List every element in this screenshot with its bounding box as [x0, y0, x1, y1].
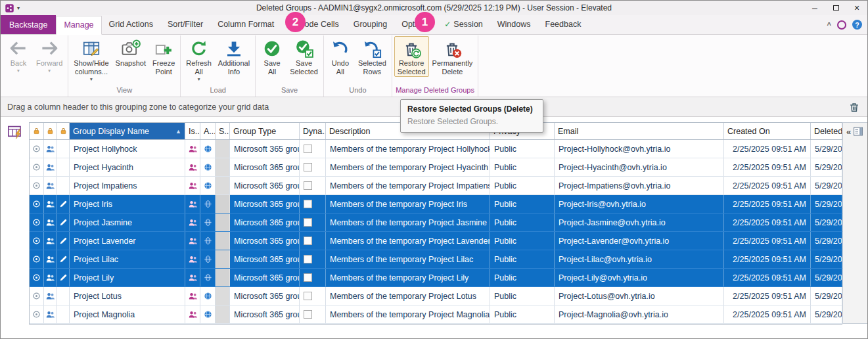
cell-deleted-on[interactable]: 5/29/2025 [811, 305, 842, 323]
column-header-a[interactable]: A... [200, 123, 216, 139]
dynamic-membership-checkbox[interactable] [304, 255, 312, 263]
cell-s[interactable] [216, 158, 230, 176]
panel-collapse-icon[interactable]: « [846, 127, 851, 137]
cell-group-kind-icon[interactable] [185, 232, 200, 250]
cell-deleted-on[interactable]: 5/29/2025 [811, 214, 842, 231]
cell-deleted-on[interactable]: 5/29/2025 [811, 177, 842, 194]
tab-sort-filter[interactable]: Sort/Filter [160, 15, 210, 34]
cell-group-type[interactable]: Microsoft 365 group [230, 195, 300, 213]
cell-deleted-on[interactable]: 5/29/2025 [811, 287, 842, 305]
cell-privacy[interactable]: Public [490, 195, 555, 213]
cell-group-type[interactable]: Microsoft 365 group [230, 158, 300, 176]
cell-privacy[interactable]: Public [490, 269, 555, 286]
cell-group-display-name[interactable]: Project Iris [70, 195, 185, 213]
quick-access-caret-icon[interactable]: ▾ [17, 5, 20, 11]
tab-manage[interactable]: Manage [56, 16, 101, 35]
cell-group-display-name[interactable]: Project Lily [70, 269, 185, 286]
cell-view-indicator[interactable] [30, 232, 44, 250]
column-header-type[interactable]: Group Type [230, 123, 300, 139]
cell-members-icon[interactable] [44, 140, 57, 158]
cell-dynamic-membership[interactable] [300, 305, 326, 323]
cell-s[interactable] [216, 177, 230, 194]
cell-dynamic-membership[interactable] [300, 195, 326, 213]
cell-access-icon[interactable] [200, 305, 216, 323]
cell-view-indicator[interactable] [30, 250, 44, 268]
table-row[interactable]: Project IrisMicrosoft 365 groupMembers o… [30, 195, 842, 214]
cell-privacy[interactable]: Public [490, 214, 555, 231]
back-button[interactable]: Back▾ [4, 36, 33, 74]
cell-description[interactable]: Members of the temporary Project Magnoli… [326, 305, 490, 323]
cell-email[interactable]: Project-Magnolia@ovh.ytria.io [555, 305, 724, 323]
cell-dynamic-membership[interactable] [300, 140, 326, 158]
column-header-is[interactable]: Is... [185, 123, 200, 139]
cell-email[interactable]: Project-Impatiens@ovh.ytria.io [555, 177, 724, 194]
cell-privacy[interactable]: Public [490, 158, 555, 176]
table-row[interactable]: Project LilyMicrosoft 365 groupMembers o… [30, 269, 842, 287]
refresh-all-button[interactable]: RefreshAll▾ [183, 36, 215, 83]
cell-access-icon[interactable] [200, 140, 216, 158]
cell-privacy[interactable]: Public [490, 305, 555, 323]
cell-access-icon[interactable] [200, 250, 216, 268]
backstage-button[interactable]: Backstage [1, 15, 56, 34]
dynamic-membership-checkbox[interactable] [304, 273, 312, 282]
cell-description[interactable]: Members of the temporary Project Lotus [326, 287, 490, 305]
cell-view-indicator[interactable] [30, 140, 44, 158]
dynamic-membership-checkbox[interactable] [304, 145, 312, 153]
dynamic-membership-checkbox[interactable] [304, 200, 312, 208]
cell-group-type[interactable]: Microsoft 365 group [230, 250, 300, 268]
cell-s[interactable] [216, 214, 230, 231]
column-header-created[interactable]: Created On [724, 123, 811, 139]
cell-group-kind-icon[interactable] [185, 177, 200, 194]
grid-manager-panel-icon[interactable] [852, 125, 864, 137]
cell-dynamic-membership[interactable] [300, 177, 326, 194]
column-header-s[interactable]: S... [216, 123, 230, 139]
minimize-button[interactable]: – [804, 1, 825, 15]
cell-group-type[interactable]: Microsoft 365 group [230, 177, 300, 194]
tab-session[interactable]: ✓Session [437, 15, 490, 34]
cell-access-icon[interactable] [200, 232, 216, 250]
cell-group-type[interactable]: Microsoft 365 group [230, 232, 300, 250]
snapshot-button[interactable]: Snapshot [112, 36, 149, 68]
save-selected-button[interactable]: SaveSelected [286, 36, 321, 77]
dynamic-membership-checkbox[interactable] [304, 310, 312, 319]
cell-description[interactable]: Members of the temporary Project Hollyho… [326, 140, 490, 158]
cell-view-indicator[interactable] [30, 269, 44, 286]
tab-feedback[interactable]: Feedback [538, 15, 589, 34]
table-row[interactable]: Project MagnoliaMicrosoft 365 groupMembe… [30, 305, 842, 324]
table-row[interactable]: Project LilacMicrosoft 365 groupMembers … [30, 250, 842, 269]
cell-email[interactable]: Project-Jasmine@ovh.ytria.io [555, 214, 724, 231]
cell-email[interactable]: Project-Lily@ovh.ytria.io [555, 269, 724, 286]
header-lock-column-2[interactable] [44, 123, 57, 139]
cell-dynamic-membership[interactable] [300, 269, 326, 286]
cell-view-indicator[interactable] [30, 177, 44, 194]
cell-s[interactable] [216, 140, 230, 158]
cell-deleted-on[interactable]: 5/29/2025 [811, 250, 842, 268]
cell-privacy[interactable]: Public [490, 177, 555, 194]
cell-privacy[interactable]: Public [490, 140, 555, 158]
forward-button[interactable]: Forward▾ [33, 36, 66, 74]
cell-members-icon[interactable] [44, 232, 57, 250]
cell-group-kind-icon[interactable] [185, 214, 200, 231]
tab-grouping[interactable]: Grouping [346, 15, 394, 34]
cell-group-kind-icon[interactable] [185, 140, 200, 158]
undo-all-button[interactable]: UndoAll [326, 36, 355, 77]
cell-group-display-name[interactable]: Project Hyacinth [70, 158, 185, 176]
cell-s[interactable] [216, 195, 230, 213]
cell-group-display-name[interactable]: Project Lavender [70, 232, 185, 250]
cell-access-icon[interactable] [200, 214, 216, 231]
cell-dynamic-membership[interactable] [300, 214, 326, 231]
collapse-ribbon-icon[interactable]: ^ [827, 21, 831, 29]
dynamic-membership-checkbox[interactable] [304, 292, 312, 300]
cell-privacy[interactable]: Public [490, 250, 555, 268]
cell-created-on[interactable]: 2/25/2025 09:51 AM [724, 232, 811, 250]
cell-dynamic-membership[interactable] [300, 287, 326, 305]
header-lock-column-3[interactable] [57, 123, 70, 139]
cell-description[interactable]: Members of the temporary Project Lilac [326, 250, 490, 268]
cell-created-on[interactable]: 2/25/2025 09:51 AM [724, 177, 811, 194]
cell-created-on[interactable]: 2/25/2025 09:51 AM [724, 287, 811, 305]
dynamic-membership-checkbox[interactable] [304, 237, 312, 245]
cell-created-on[interactable]: 2/25/2025 09:51 AM [724, 214, 811, 231]
restore-selected-button[interactable]: RestoreSelected [394, 36, 429, 77]
cell-edit-indicator[interactable] [57, 232, 70, 250]
cell-group-display-name[interactable]: Project Magnolia [70, 305, 185, 323]
